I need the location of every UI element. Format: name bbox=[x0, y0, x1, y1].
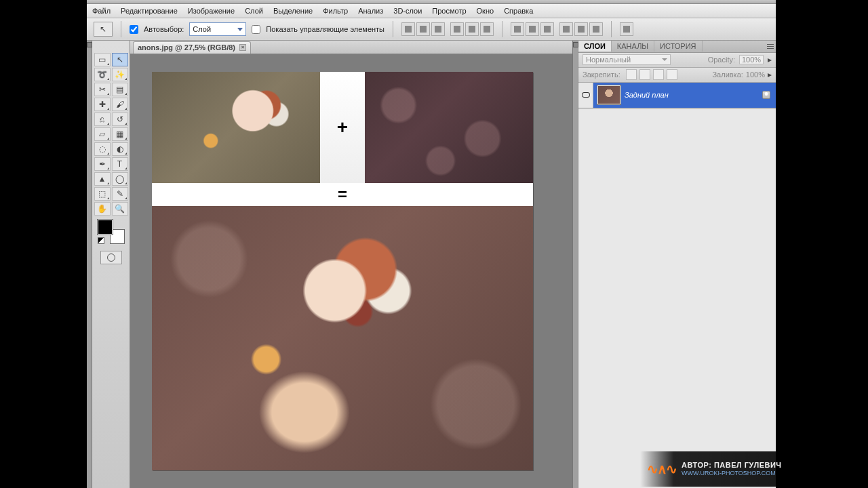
marquee-tool[interactable]: ▭ bbox=[94, 53, 111, 66]
align-left-button[interactable] bbox=[450, 22, 464, 36]
tab-layers[interactable]: СЛОИ bbox=[578, 41, 612, 52]
distribute-left-button[interactable] bbox=[559, 22, 573, 36]
plus-symbol: + bbox=[337, 117, 348, 138]
layers-list[interactable]: Задний план bbox=[578, 83, 776, 488]
layer-options-row: Нормальный Opacity: 100% ▸ bbox=[578, 53, 776, 68]
distribute-top-button[interactable] bbox=[511, 22, 524, 36]
align-bottom-button[interactable] bbox=[431, 22, 445, 36]
app-window: Файл Редактирование Изображение Слой Выд… bbox=[87, 0, 776, 488]
default-colors-icon[interactable] bbox=[98, 237, 104, 244]
magic-wand-tool[interactable]: ✨ bbox=[112, 68, 128, 81]
separator bbox=[393, 21, 393, 37]
chevron-right-icon[interactable]: ▸ bbox=[768, 56, 772, 64]
document-tab[interactable]: anons.jpg @ 27,5% (RGB/8) × bbox=[133, 41, 251, 54]
clone-stamp-tool[interactable]: ⎌ bbox=[94, 113, 111, 126]
layer-row[interactable]: Задний план bbox=[578, 83, 776, 108]
distribute-hcenter-button[interactable] bbox=[574, 22, 588, 36]
color-swatches[interactable] bbox=[98, 220, 125, 244]
align-group-2 bbox=[450, 22, 494, 36]
panel-menu-icon[interactable] bbox=[765, 41, 776, 51]
menu-layer[interactable]: Слой bbox=[245, 7, 263, 15]
opacity-value[interactable]: 100% bbox=[739, 55, 764, 64]
type-tool[interactable]: T bbox=[112, 157, 128, 171]
opacity-label: Opacity: bbox=[708, 56, 735, 64]
layer-lock-row: Закрепить: Заливка: 100% ▸ bbox=[578, 68, 776, 83]
layer-name[interactable]: Задний план bbox=[625, 91, 669, 99]
document-canvas[interactable]: + = bbox=[152, 72, 533, 470]
menu-window[interactable]: Окно bbox=[477, 7, 494, 15]
tab-history[interactable]: ИСТОРИЯ bbox=[654, 41, 702, 52]
history-brush-tool[interactable]: ↺ bbox=[112, 113, 128, 126]
close-icon[interactable]: × bbox=[239, 44, 246, 51]
menu-3d[interactable]: 3D-слои bbox=[393, 7, 422, 15]
source-image-b bbox=[365, 72, 533, 183]
move-tool[interactable]: ↖ bbox=[112, 53, 128, 66]
toolbox: ▭ ↖ ➰ ✨ ✂ ▤ ✚ 🖌 ⎌ ↺ ▱ ▦ bbox=[92, 41, 130, 488]
brush-tool[interactable]: 🖌 bbox=[112, 98, 128, 111]
fill-label: Заливка: bbox=[712, 70, 743, 79]
3d-tool[interactable]: ⬚ bbox=[94, 187, 111, 201]
autoselect-combo[interactable]: Слой bbox=[189, 22, 246, 36]
layers-panel: СЛОИ КАНАЛЫ ИСТОРИЯ Нормальный Opacity: … bbox=[578, 41, 776, 488]
menu-image[interactable]: Изображение bbox=[188, 7, 235, 15]
separator bbox=[611, 21, 612, 37]
blur-tool[interactable]: ◌ bbox=[94, 142, 111, 156]
distribute-vcenter-button[interactable] bbox=[526, 22, 539, 36]
menu-help[interactable]: Справка bbox=[504, 7, 533, 15]
menu-analysis[interactable]: Анализ bbox=[358, 7, 383, 15]
composition-top-row: + bbox=[152, 72, 533, 183]
menu-filter[interactable]: Фильтр bbox=[323, 7, 348, 15]
dodge-tool[interactable]: ◐ bbox=[112, 142, 128, 156]
lock-pixels-button[interactable] bbox=[639, 69, 650, 80]
align-hcenter-button[interactable] bbox=[465, 22, 479, 36]
autoselect-value: Слой bbox=[193, 25, 211, 33]
zoom-tool[interactable]: 🔍 bbox=[112, 202, 128, 216]
move-tool-icon[interactable]: ↖ bbox=[94, 22, 113, 37]
dock-collapse-left[interactable] bbox=[87, 41, 92, 488]
tab-channels[interactable]: КАНАЛЫ bbox=[612, 41, 654, 52]
dock-collapse-right[interactable] bbox=[572, 41, 578, 488]
slice-tool[interactable]: ▤ bbox=[112, 83, 128, 96]
distribute-group-2 bbox=[559, 22, 603, 36]
show-transform-checkbox[interactable] bbox=[252, 25, 260, 34]
auto-align-button[interactable] bbox=[620, 22, 633, 36]
workspace: ▭ ↖ ➰ ✨ ✂ ▤ ✚ 🖌 ⎌ ↺ ▱ ▦ bbox=[87, 41, 776, 488]
gradient-tool[interactable]: ▦ bbox=[112, 127, 128, 141]
pen-tool[interactable]: ✒ bbox=[94, 157, 111, 171]
eraser-tool[interactable]: ▱ bbox=[94, 127, 111, 141]
circle-icon bbox=[107, 253, 115, 262]
crop-tool[interactable]: ✂ bbox=[94, 83, 111, 96]
healing-brush-tool[interactable]: ✚ bbox=[94, 98, 111, 111]
shape-tool[interactable]: ◯ bbox=[112, 172, 128, 186]
menu-select[interactable]: Выделение bbox=[273, 7, 313, 15]
panel-tab-bar: СЛОИ КАНАЛЫ ИСТОРИЯ bbox=[578, 41, 776, 53]
path-selection-tool[interactable]: ▲ bbox=[94, 172, 111, 186]
blend-mode-combo[interactable]: Нормальный bbox=[583, 54, 671, 65]
lock-position-button[interactable] bbox=[653, 69, 664, 80]
lock-all-button[interactable] bbox=[667, 69, 677, 80]
watermark-url: WWW.UROKI-PHOTOSHOP.COM bbox=[682, 470, 782, 476]
chevron-right-icon[interactable]: ▸ bbox=[768, 70, 772, 79]
canvas-area[interactable]: + = bbox=[130, 54, 572, 488]
hand-tool[interactable]: ✋ bbox=[94, 202, 111, 216]
expand-arrow-icon bbox=[87, 42, 92, 47]
quick-mask-button[interactable] bbox=[100, 251, 122, 264]
result-image bbox=[152, 206, 533, 470]
distribute-bottom-button[interactable] bbox=[540, 22, 554, 36]
layer-thumbnail[interactable] bbox=[597, 85, 620, 104]
distribute-right-button[interactable] bbox=[589, 22, 603, 36]
canvas-column: anons.jpg @ 27,5% (RGB/8) × + = bbox=[130, 41, 572, 488]
autoselect-checkbox[interactable] bbox=[130, 25, 138, 34]
menu-edit[interactable]: Редактирование bbox=[121, 7, 178, 15]
align-right-button[interactable] bbox=[480, 22, 494, 36]
menu-view[interactable]: Просмотр bbox=[432, 7, 466, 15]
align-top-button[interactable] bbox=[401, 22, 415, 36]
fill-value[interactable]: 100% bbox=[746, 70, 765, 79]
lock-transparency-button[interactable] bbox=[626, 69, 637, 80]
align-vcenter-button[interactable] bbox=[416, 22, 430, 36]
eyedropper-tool[interactable]: ✎ bbox=[112, 187, 128, 201]
foreground-color-swatch[interactable] bbox=[98, 220, 113, 235]
layer-visibility-toggle[interactable] bbox=[578, 83, 593, 108]
lasso-tool[interactable]: ➰ bbox=[94, 68, 111, 81]
menu-file[interactable]: Файл bbox=[92, 7, 111, 15]
